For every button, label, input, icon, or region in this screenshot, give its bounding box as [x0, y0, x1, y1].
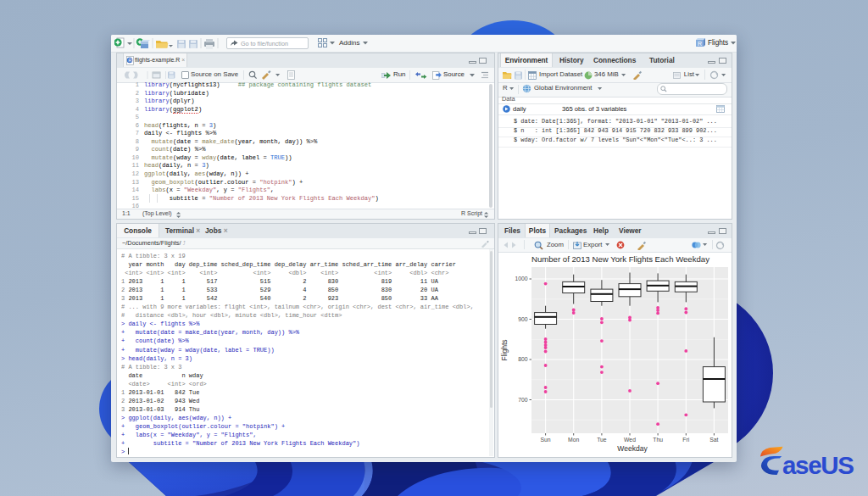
svg-text:Flights: Flights: [500, 339, 509, 360]
svg-text:Thu: Thu: [653, 437, 663, 443]
svg-text:Sat: Sat: [709, 437, 718, 443]
svg-text:R: R: [128, 58, 132, 63]
svg-text:Number of 2013 New York Flight: Number of 2013 New York Flights Each Wee…: [531, 254, 709, 264]
svg-text:Mon: Mon: [568, 437, 579, 443]
svg-text:Fri: Fri: [682, 437, 689, 443]
svg-text:Tue: Tue: [597, 437, 607, 443]
svg-text:800: 800: [518, 356, 528, 362]
svg-text:Wed: Wed: [624, 437, 636, 443]
svg-text:Weekday: Weekday: [617, 444, 648, 453]
svg-text:Sun: Sun: [541, 437, 551, 443]
svg-text:aseUS: aseUS: [782, 451, 854, 479]
svg-text:1000: 1000: [515, 276, 527, 281]
svg-text:700: 700: [518, 397, 528, 403]
svg-text:R: R: [698, 41, 702, 47]
svg-text:900: 900: [518, 316, 528, 322]
